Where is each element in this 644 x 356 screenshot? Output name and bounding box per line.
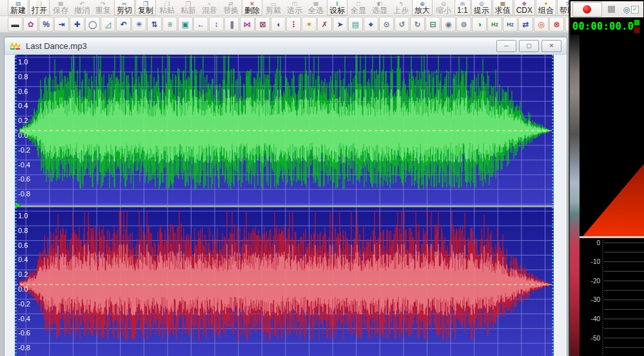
restore-button[interactable]: ▢	[519, 40, 539, 52]
redo-icon: ↷	[101, 1, 106, 6]
checkbox-icon: ✓	[631, 6, 639, 14]
toolbar-button-label: 替换	[223, 6, 239, 15]
effect-button-declick[interactable]: ➤	[333, 17, 347, 32]
toolbar-button-combine[interactable]: ✦组合	[536, 0, 556, 15]
effect-button-mechanize[interactable]: ✳	[132, 17, 146, 32]
spectrum-display[interactable]	[580, 35, 644, 236]
toolbar-button-new[interactable]: ▤新建	[8, 0, 28, 15]
waveform-channel-right[interactable]: 1.00.80.60.40.20.0-0.2-0.4-0.6-0.8	[15, 207, 554, 356]
effect-button-knob-alert[interactable]: ◉	[441, 17, 456, 32]
toolbar-button-save: ▦保存	[50, 0, 71, 15]
effect-button-offset[interactable]: ⇅	[147, 17, 162, 32]
amplitude-label: -0.2	[18, 300, 30, 308]
effect-button-pan-sliders[interactable]: ⋮	[286, 17, 301, 32]
db-level-graph[interactable]: 0-10-20-30-40-50	[580, 238, 644, 356]
effect-button-flip[interactable]: ↕	[209, 17, 224, 32]
toolbar-button-hint[interactable]: ⊙提示	[471, 0, 492, 15]
output-device-icon: ▬	[12, 21, 19, 28]
effect-button-noise-burst[interactable]: ✶	[302, 17, 317, 32]
cdx-icon: ❖	[522, 1, 527, 6]
toolbar-button-set-marker[interactable]: ∥设标	[327, 0, 347, 15]
toolbar-button-delete[interactable]: ✕删除	[242, 0, 262, 15]
effect-button-pipeline[interactable]: ▤	[348, 17, 363, 32]
effect-button-swap-channels[interactable]: ⇄	[518, 17, 533, 32]
toolbar-button-zoom-in[interactable]: ⊕放大	[412, 0, 433, 15]
effect-button-effects-flower[interactable]: ✿	[23, 17, 38, 32]
evaluate-icon: ▦	[500, 1, 505, 6]
amplitude-label: 0.0	[18, 285, 28, 293]
toolbar-button-copy[interactable]: ❐复制	[135, 0, 156, 15]
toolbar-button-zoom-1-1[interactable]: ◎1:1	[454, 0, 471, 15]
toolbar-button-help[interactable]: ?帮助	[557, 0, 569, 15]
effect-button-interpolate[interactable]: ⋈	[240, 17, 255, 32]
noise-reduce-icon: ✗	[321, 21, 327, 28]
effect-button-previous[interactable]: ←	[193, 17, 208, 32]
stop-button[interactable]	[605, 3, 618, 16]
select-all-icon: ▩	[313, 1, 319, 6]
effect-button-inspect[interactable]: ⌖	[364, 17, 378, 32]
seek-end-icon: ⇥	[58, 21, 64, 28]
effect-button-level-match[interactable]: ◎	[534, 17, 549, 32]
effects-toolbar: ▬✿%⇥✚◯◿↶✳⇅≡▣←↕∥⋈⊠◖⋮✶✗➤▤⌖⊙↺↻⊟◉⊚◑HzHz⇄◎⊗◔✉	[0, 16, 569, 33]
maximize-volume-icon: ▣	[182, 21, 189, 28]
toolbar-button-cdx[interactable]: ❖CDX	[514, 0, 535, 15]
offset-icon: ⇅	[151, 21, 157, 28]
toolbar-button-mix: ≈混音	[199, 0, 220, 15]
effect-button-dynamics[interactable]: ◯	[85, 17, 100, 32]
show-selection-icon: ◧	[377, 1, 383, 6]
amplitude-label: 0.4	[18, 102, 28, 109]
toolbar-button-mark-selection: ◫选示	[284, 0, 305, 15]
effect-button-knob-levels[interactable]: ⊟	[425, 17, 440, 32]
paste-new-icon: ❒	[186, 1, 191, 6]
pitch-hz-icon: Hz	[491, 21, 498, 28]
delete-icon: ✕	[249, 1, 255, 6]
document-titlebar[interactable]: Last Dance.mp3 ─ ▢ ✕	[5, 37, 567, 55]
effect-button-output-device[interactable]: ▬	[8, 17, 23, 32]
toolbar-button-open[interactable]: ❏打开	[29, 0, 50, 15]
effect-button-rotate-left[interactable]: ↺	[395, 17, 409, 32]
effect-button-mute[interactable]: ⊗	[549, 17, 564, 32]
effect-button-expression[interactable]: %	[39, 17, 54, 32]
effect-button-stereo-3d[interactable]: ◖	[271, 17, 286, 32]
amplitude-label: 0.6	[18, 88, 28, 95]
rotate-right-icon: ↻	[414, 21, 420, 28]
effect-button-balance[interactable]: ◑	[472, 17, 487, 32]
copy-icon: ❐	[143, 1, 148, 6]
replace-icon: ⇄	[228, 1, 233, 6]
effect-button-silence[interactable]: ⊠	[255, 17, 270, 32]
toolbar-button-evaluate[interactable]: ▦求值	[493, 0, 513, 15]
toolbar-button-label: 粘贴	[159, 6, 175, 15]
reverse-icon: ↶	[120, 21, 126, 28]
db-label: -50	[591, 335, 601, 342]
effect-button-noise-reduce[interactable]: ✗	[317, 17, 332, 32]
effect-button-knob-pan[interactable]: ⊚	[456, 17, 471, 32]
waveform-channel-left[interactable]: 1.00.80.60.40.20.0-0.2-0.4-0.6-0.8	[15, 55, 554, 205]
toolbar-button-label: 提示	[474, 6, 489, 15]
toolbar-button-cut[interactable]: ✂剪切	[114, 0, 135, 15]
close-icon: ✕	[549, 42, 554, 49]
minimize-button[interactable]: ─	[496, 40, 516, 52]
amplitude-label: 0.2	[18, 117, 28, 124]
effect-button-reverse[interactable]: ↶	[116, 17, 131, 32]
pan-sliders-icon: ⋮	[290, 21, 298, 28]
effect-button-pitch-hz[interactable]: Hz	[487, 17, 502, 32]
effect-button-seek-end[interactable]: ⇥	[54, 17, 69, 32]
effect-button-knob[interactable]: ⊙	[379, 17, 394, 32]
monitor-settings-button[interactable]: ◎ ✓	[621, 3, 641, 16]
close-button[interactable]: ✕	[542, 40, 561, 52]
toolbar-button-label: 组合	[538, 6, 554, 15]
effect-button-faders[interactable]: ∥	[224, 17, 239, 32]
show-all-icon: □	[356, 1, 360, 6]
record-button[interactable]	[572, 2, 602, 17]
effect-button-resample-hz[interactable]: Hz	[503, 17, 518, 32]
balance-icon: ◑	[477, 21, 482, 28]
toolbar-button-label: 选示	[287, 6, 302, 15]
ramp-icon: ◿	[105, 21, 111, 28]
effect-button-equalizer[interactable]: ≡	[162, 17, 177, 32]
effect-button-rotate-right[interactable]: ↻	[410, 17, 425, 32]
effect-button-ramp[interactable]: ◿	[101, 17, 115, 32]
effect-button-doubler[interactable]: ✚	[70, 17, 84, 32]
interpolate-icon: ⋈	[244, 21, 251, 28]
amplitude-label: 0.6	[18, 241, 28, 249]
effect-button-maximize-volume[interactable]: ▣	[178, 17, 193, 32]
